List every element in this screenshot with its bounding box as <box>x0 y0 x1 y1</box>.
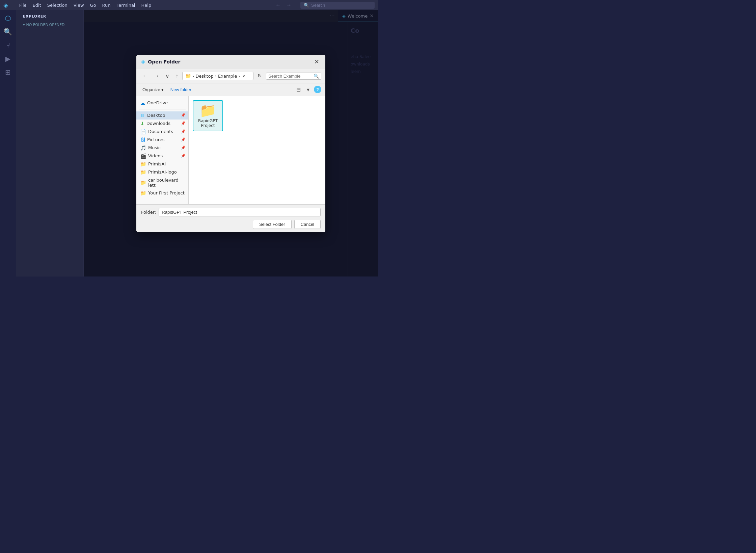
sidebar-panel: EXPLORER ▾ NO FOLDER OPENED <box>16 10 84 276</box>
music-pin-icon: 📌 <box>181 146 186 150</box>
dialog-search-box[interactable]: 🔍 <box>266 73 321 80</box>
sidebar-item-primisai[interactable]: 📁 PrimisAI <box>136 160 188 168</box>
breadcrumb-dropdown-button[interactable]: ∨ <box>242 74 246 78</box>
documents-label: Documents <box>148 129 173 134</box>
dialog-titlebar: ◈ Open Folder ✕ <box>136 55 325 69</box>
back-button[interactable]: ← <box>273 1 283 9</box>
desktop-label: Desktop <box>147 113 165 118</box>
downloads-label: Downloads <box>146 121 170 126</box>
documents-icon: 📄 <box>140 129 146 134</box>
dialog-sidebar: ☁ OneDrive 🖥 Desktop 📌 ⬇ <box>136 96 189 204</box>
pictures-pin-icon: 📌 <box>181 137 186 142</box>
dialog-forward-button[interactable]: → <box>152 72 161 80</box>
car-label: car boulevard lett <box>148 178 186 188</box>
videos-icon: 🎬 <box>140 153 146 159</box>
open-folder-dialog: ◈ Open Folder ✕ ← → ∨ ↑ 📁 › Desktop › Ex <box>136 55 325 232</box>
menu-selection[interactable]: Selection <box>45 2 70 8</box>
dialog-content: 📁 RapidGPT Project <box>189 96 325 204</box>
organize-arrow-icon: ▾ <box>161 87 164 92</box>
menu-view[interactable]: View <box>71 2 87 8</box>
first-project-label: Your First Project <box>148 190 185 195</box>
sidebar-title: EXPLORER <box>16 10 83 21</box>
videos-pin-icon: 📌 <box>181 154 186 158</box>
dialog-back-button[interactable]: ← <box>140 72 150 80</box>
pictures-label: Pictures <box>147 137 164 142</box>
videos-label: Videos <box>148 153 163 158</box>
breadcrumb-desktop[interactable]: Desktop <box>195 74 214 79</box>
organize-label: Organize <box>142 87 160 92</box>
rapidgpt-folder-name: RapidGPT Project <box>196 119 220 128</box>
menu-file[interactable]: File <box>17 2 29 8</box>
menu-terminal[interactable]: Terminal <box>114 2 138 8</box>
cancel-button[interactable]: Cancel <box>294 220 321 229</box>
desktop-pin-icon: 📌 <box>181 113 186 117</box>
sidebar-item-documents[interactable]: 📄 Documents 📌 <box>136 128 188 136</box>
dialog-up-button[interactable]: ↑ <box>173 72 180 80</box>
desktop-icon: 🖥 <box>140 113 145 118</box>
dialog-body: ☁ OneDrive 🖥 Desktop 📌 ⬇ <box>136 96 325 204</box>
first-project-icon: 📁 <box>140 190 146 196</box>
explorer-activity-icon[interactable]: ⬡ <box>3 13 14 24</box>
organize-button[interactable]: Organize ▾ <box>140 86 166 93</box>
sidebar-item-primisai-logo[interactable]: 📁 PrimisAI-logo <box>136 168 188 176</box>
sidebar-item-music[interactable]: 🎵 Music 📌 <box>136 144 188 152</box>
breadcrumb-sep-3: › <box>238 74 240 79</box>
sidebar-item-onedrive[interactable]: ☁ OneDrive <box>136 99 188 107</box>
menu-edit[interactable]: Edit <box>30 2 44 8</box>
folder-item-rapidgpt[interactable]: 📁 RapidGPT Project <box>193 100 223 131</box>
editor-area: ··· ◈ Welcome ✕ Co eha Salee ownloads le… <box>84 10 378 276</box>
menu-go[interactable]: Go <box>87 2 99 8</box>
breadcrumb-sep-2: › <box>215 74 217 79</box>
dialog-search-input[interactable] <box>268 74 312 79</box>
global-search-input[interactable] <box>311 3 371 8</box>
global-search-bar[interactable]: 🔍 <box>300 2 375 9</box>
sidebar-item-downloads[interactable]: ⬇ Downloads 📌 <box>136 120 188 128</box>
sidebar-item-car[interactable]: 📁 car boulevard lett <box>136 176 188 189</box>
dialog-vscode-icon: ◈ <box>141 58 145 65</box>
extensions-activity-icon[interactable]: ⊞ <box>3 67 14 78</box>
dialog-refresh-button[interactable]: ↻ <box>255 72 264 80</box>
view-toggle-button[interactable]: ⊟ <box>295 85 302 94</box>
menu-bar: File Edit Selection View Go Run Terminal… <box>17 2 154 8</box>
navigation-arrows: ← → <box>273 1 294 9</box>
car-icon: 📁 <box>140 180 146 185</box>
source-control-activity-icon[interactable]: ⑂ <box>3 40 14 51</box>
sidebar-no-folder: ▾ NO FOLDER OPENED <box>16 21 83 28</box>
forward-button[interactable]: → <box>284 1 294 9</box>
downloads-icon: ⬇ <box>140 121 144 126</box>
breadcrumb-example[interactable]: Example <box>218 74 237 79</box>
breadcrumb-sep-1: › <box>192 74 194 79</box>
activity-bar: ⬡ 🔍 ⑂ ▶ ⊞ <box>0 10 16 276</box>
dialog-overlay: ◈ Open Folder ✕ ← → ∨ ↑ 📁 › Desktop › Ex <box>84 10 378 276</box>
primisai-icon: 📁 <box>140 161 146 167</box>
primisai-logo-label: PrimisAI-logo <box>148 169 177 175</box>
music-label: Music <box>148 145 161 150</box>
primisai-label: PrimisAI <box>148 161 166 166</box>
footer-buttons: Select Folder Cancel <box>141 220 321 229</box>
search-activity-icon[interactable]: 🔍 <box>3 26 14 37</box>
dialog-search-icon: 🔍 <box>314 74 319 79</box>
sidebar-item-first-project[interactable]: 📁 Your First Project <box>136 189 188 197</box>
dialog-close-button[interactable]: ✕ <box>313 58 321 65</box>
menu-run[interactable]: Run <box>100 2 113 8</box>
new-folder-button[interactable]: New folder <box>168 86 193 93</box>
folder-name-input[interactable] <box>159 208 321 216</box>
sidebar-item-desktop[interactable]: 🖥 Desktop 📌 <box>136 111 188 120</box>
menu-help[interactable]: Help <box>139 2 154 8</box>
music-icon: 🎵 <box>140 145 146 151</box>
sidebar-item-videos[interactable]: 🎬 Videos 📌 <box>136 152 188 160</box>
dialog-title: Open Folder <box>148 59 310 64</box>
view-dropdown-button[interactable]: ▾ <box>305 85 311 94</box>
sidebar-item-pictures[interactable]: 🖼 Pictures 📌 <box>136 136 188 144</box>
dialog-footer: Folder: Select Folder Cancel <box>136 204 325 232</box>
dialog-dropdown-button[interactable]: ∨ <box>163 72 171 80</box>
search-icon: 🔍 <box>304 3 309 8</box>
breadcrumb-bar[interactable]: 📁 › Desktop › Example › ∨ <box>182 72 253 80</box>
run-debug-activity-icon[interactable]: ▶ <box>3 53 14 64</box>
documents-pin-icon: 📌 <box>181 129 186 134</box>
help-button[interactable]: ? <box>314 86 321 93</box>
breadcrumb-folder-icon: 📁 <box>185 73 191 79</box>
folder-label: Folder: <box>141 210 156 215</box>
select-folder-button[interactable]: Select Folder <box>253 220 292 229</box>
folder-input-row: Folder: <box>141 208 321 216</box>
